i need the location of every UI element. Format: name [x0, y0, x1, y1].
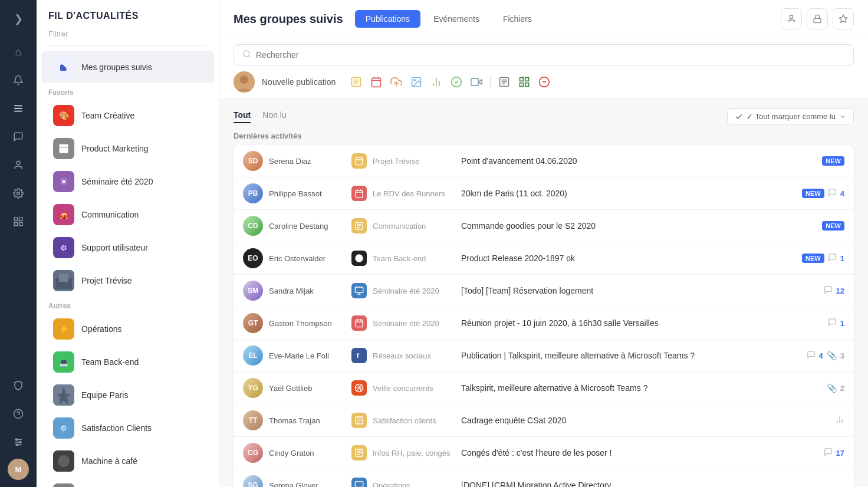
svg-rect-6 [19, 218, 22, 221]
sidebar: FIL D'ACTUALITÉS Filtrer Mes groupes sui… [37, 0, 219, 487]
help-icon[interactable] [6, 402, 30, 426]
sidebar-item-my-groups[interactable]: Mes groupes suivis [41, 51, 214, 83]
table-row[interactable]: YG Yaël Gottlieb Veille concurrents Talk… [234, 372, 854, 404]
shield-icon[interactable] [6, 374, 30, 397]
tab-evenements[interactable]: Evénements [423, 10, 490, 28]
svg-rect-32 [814, 18, 821, 22]
user-profile-icon[interactable] [781, 8, 802, 29]
activity-avatar: EO [243, 248, 263, 268]
sidebar-filter[interactable]: Filtrer [37, 27, 219, 45]
activity-name: Cindy Graton [269, 449, 346, 458]
chart-icon [835, 415, 844, 426]
table-row[interactable]: EO Eric Osterwalder Team Back-end Produc… [234, 242, 854, 275]
activity-avatar: CD [243, 216, 263, 236]
table-row[interactable]: SM Sandra Mijak Séminaire été 2020 [Todo… [234, 275, 854, 307]
tab-tout[interactable]: Tout [234, 110, 251, 123]
image-tool[interactable] [407, 74, 425, 90]
search-icon [242, 50, 251, 60]
search-bar-wrap [219, 38, 868, 65]
red-tool[interactable] [535, 74, 553, 90]
table-row[interactable]: GT Gaston Thompson Séminaire été 2020 Ré… [234, 307, 854, 340]
table-row[interactable]: PB Philippe Bassot Le RDV des Runners 20… [234, 177, 854, 210]
svg-rect-17 [60, 144, 68, 153]
apps-icon[interactable] [6, 210, 30, 233]
calendar-tool[interactable] [367, 74, 385, 90]
sidebar-item-communication[interactable]: 🎪 Communication [41, 199, 214, 231]
sidebar-item-support[interactable]: ⚙ Support utilisateur [41, 232, 214, 264]
doc2-tool[interactable] [495, 74, 513, 90]
activity-name: Philippe Bassot [269, 189, 346, 198]
activity-table: SD Serena Diaz Projet Trévise Point d'av… [234, 145, 854, 487]
activity-group: Projet Trévise [373, 157, 455, 166]
notifications-icon[interactable] [6, 68, 30, 92]
video-tool[interactable] [468, 74, 485, 90]
activity-actions: 📎 2 [827, 383, 844, 393]
sidebar-item-projet-trevise[interactable]: Projet Trévise [41, 265, 214, 297]
expand-nav-icon[interactable]: ❯ [6, 7, 30, 31]
table-row[interactable]: TT Thomas Trajan Satisfaction clients Ca… [234, 404, 854, 437]
check-tool[interactable] [448, 74, 465, 90]
sidebar-item-infos-rh[interactable]: Infos RH, paie, congés [41, 478, 214, 487]
comment-icon [807, 350, 816, 361]
svg-rect-21 [59, 274, 68, 282]
home-icon[interactable]: ⌂ [6, 40, 30, 64]
svg-point-4 [17, 192, 20, 195]
activity-avatar: TT [243, 410, 263, 430]
lock-icon[interactable] [807, 8, 828, 29]
activity-actions: 17 [824, 447, 844, 458]
activity-name: Eve-Marie Le Foll [269, 351, 346, 360]
table-row[interactable]: EL Eve-Marie Le Foll f Réseaux sociaux P… [234, 340, 854, 372]
sidebar-item-operations[interactable]: ⚡ Opérations [41, 313, 214, 345]
group-icon [351, 413, 367, 428]
tab-fichiers[interactable]: Fichiers [492, 10, 542, 28]
sidebar-item-product-marketing[interactable]: Product Marketing [41, 133, 214, 164]
activity-avatar: SG [243, 475, 263, 487]
activity-name: Gaston Thompson [269, 319, 346, 328]
table-row[interactable]: CG Cindy Graton Infos RH, paie, congés C… [234, 437, 854, 469]
comment-count: 12 [836, 287, 844, 295]
comment-count: 1 [840, 319, 844, 328]
activity-title: Point d'avancement 04.06.2020 [461, 156, 816, 166]
team-creative-label: Team Créative [81, 111, 134, 120]
tune-icon[interactable] [6, 430, 30, 454]
content-area: Tout Non lu ✓ Tout marquer comme lu Dern… [219, 99, 868, 487]
mark-all-read-label: ✓ Tout marquer comme lu [747, 112, 836, 121]
mark-all-read-button[interactable]: ✓ Tout marquer comme lu [727, 108, 854, 124]
group-icon [351, 153, 367, 169]
table-row[interactable]: SD Serena Diaz Projet Trévise Point d'av… [234, 145, 854, 177]
star-icon[interactable] [833, 8, 854, 29]
group-icon [351, 186, 367, 201]
activity-actions: 4📎 3 [807, 350, 844, 361]
sidebar-item-machine-cafe[interactable]: Machine à café [41, 445, 214, 477]
table-row[interactable]: CD Caroline Destang Communication Comman… [234, 210, 854, 242]
attach-icon: 📎 [827, 383, 837, 393]
grid-tool[interactable] [515, 74, 533, 90]
comment-icon [824, 447, 833, 458]
activity-actions: NEW [822, 156, 844, 166]
doc-tool[interactable] [347, 74, 365, 90]
upload-tool[interactable] [387, 74, 405, 90]
tab-bar: Publications Evénements Fichiers [355, 10, 542, 28]
satisfaction-label: Satisfaction Clients [81, 423, 152, 433]
sidebar-item-team-backend[interactable]: 💻 Team Back-end [41, 346, 214, 378]
svg-point-25 [58, 455, 70, 467]
svg-rect-5 [14, 218, 17, 221]
sidebar-item-satisfaction[interactable]: ⚙ Satisfaction Clients [41, 412, 214, 444]
sidebar-item-team-creative[interactable]: 🎨 Team Créative [41, 100, 214, 131]
search-input[interactable] [256, 50, 845, 60]
sidebar-item-seminaire[interactable]: ☀ Séminaire été 2020 [41, 166, 214, 198]
svg-point-3 [17, 161, 20, 164]
tab-publications[interactable]: Publications [355, 10, 421, 28]
contacts-icon[interactable] [6, 153, 30, 177]
user-avatar[interactable]: M [8, 459, 29, 480]
activity-avatar: CG [243, 443, 263, 463]
sidebar-item-equipe-paris[interactable]: Equipe Paris [41, 379, 214, 411]
chat-icon[interactable] [6, 125, 30, 149]
support-label: Support utilisateur [81, 243, 148, 252]
chart-tool[interactable] [428, 74, 445, 90]
settings-icon[interactable] [6, 182, 30, 205]
tab-non-lu[interactable]: Non lu [262, 110, 286, 123]
sidebar-title: FIL D'ACTUALITÉS [37, 0, 219, 27]
news-feed-icon[interactable] [6, 97, 30, 120]
table-row[interactable]: SG Serena Glover Opérations [DONE] [CRM]… [234, 469, 854, 487]
